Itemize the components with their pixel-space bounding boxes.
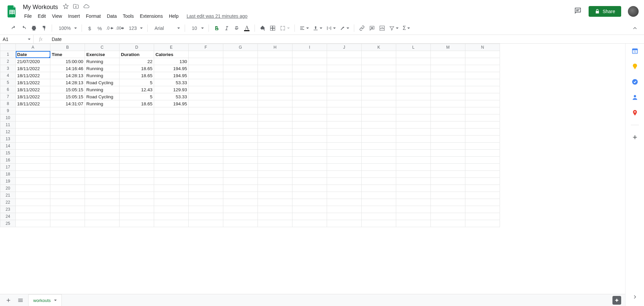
cell[interactable] [154, 129, 189, 136]
cell[interactable] [431, 213, 465, 220]
cell[interactable] [85, 136, 120, 143]
cell[interactable] [189, 51, 223, 58]
cell[interactable] [292, 107, 327, 114]
cell[interactable] [120, 178, 154, 185]
cell[interactable] [327, 192, 362, 199]
cell[interactable] [292, 65, 327, 72]
cell[interactable] [465, 107, 500, 114]
row-header[interactable]: 24 [0, 213, 16, 220]
cell[interactable] [16, 220, 50, 227]
cell[interactable] [292, 121, 327, 129]
cell[interactable] [50, 220, 85, 227]
cell[interactable] [223, 206, 258, 213]
cell[interactable] [154, 121, 189, 129]
cell[interactable] [223, 150, 258, 157]
cell[interactable] [292, 178, 327, 185]
cell[interactable] [431, 79, 465, 86]
cell[interactable] [292, 58, 327, 65]
cell[interactable] [120, 206, 154, 213]
cell[interactable] [292, 185, 327, 192]
decrease-decimals-icon[interactable]: .0 [105, 24, 114, 33]
cell[interactable]: 14:28:13 [50, 79, 85, 86]
cell[interactable] [258, 51, 292, 58]
cell[interactable] [85, 157, 120, 164]
cell[interactable]: 18.65 [120, 65, 154, 72]
cell[interactable] [16, 114, 50, 121]
cell[interactable] [465, 171, 500, 178]
contacts-icon[interactable] [632, 94, 638, 101]
cell[interactable] [223, 192, 258, 199]
row-header[interactable]: 23 [0, 206, 16, 213]
cell[interactable]: 194.95 [154, 100, 189, 107]
cell[interactable] [292, 114, 327, 121]
menu-extensions[interactable]: Extensions [137, 12, 165, 20]
name-box[interactable]: A1 [0, 35, 34, 43]
cell[interactable] [362, 129, 396, 136]
chevron-down-icon[interactable] [54, 300, 57, 301]
cell[interactable] [258, 136, 292, 143]
cell[interactable] [258, 65, 292, 72]
cell[interactable] [85, 171, 120, 178]
cell[interactable] [292, 220, 327, 227]
cell[interactable]: 53.33 [154, 79, 189, 86]
cell[interactable] [258, 114, 292, 121]
cell[interactable] [16, 157, 50, 164]
cell[interactable] [362, 143, 396, 150]
cell[interactable] [223, 136, 258, 143]
cell[interactable]: 194.95 [154, 72, 189, 79]
cell[interactable]: Time [50, 51, 85, 58]
cell[interactable]: 18.65 [120, 100, 154, 107]
cell[interactable] [120, 164, 154, 171]
cell[interactable] [327, 72, 362, 79]
cell[interactable] [258, 185, 292, 192]
cell[interactable] [431, 58, 465, 65]
cell[interactable] [292, 171, 327, 178]
cell[interactable] [258, 157, 292, 164]
cell[interactable] [189, 220, 223, 227]
get-addons-icon[interactable] [632, 134, 638, 141]
cell[interactable] [465, 206, 500, 213]
cell[interactable] [362, 79, 396, 86]
cell[interactable]: Exercise [85, 51, 120, 58]
cell[interactable] [396, 157, 431, 164]
vertical-align-dropdown[interactable] [312, 24, 324, 33]
cell[interactable]: Running [85, 65, 120, 72]
cell[interactable]: 14:28:13 [50, 72, 85, 79]
cell[interactable] [258, 100, 292, 107]
cell[interactable] [120, 185, 154, 192]
cell[interactable]: 53.33 [154, 93, 189, 100]
print-icon[interactable] [30, 24, 38, 33]
cell[interactable] [396, 58, 431, 65]
cell[interactable] [327, 150, 362, 157]
account-avatar[interactable] [628, 6, 639, 17]
undo-icon[interactable] [9, 24, 18, 33]
row-header[interactable]: 10 [0, 114, 16, 121]
cell[interactable] [223, 51, 258, 58]
cell[interactable] [189, 72, 223, 79]
cell[interactable]: 18/11/2022 [16, 93, 50, 100]
cell[interactable]: 14:31:07 [50, 100, 85, 107]
cell[interactable] [16, 206, 50, 213]
cell[interactable] [50, 164, 85, 171]
cell[interactable] [223, 58, 258, 65]
cell[interactable] [465, 121, 500, 129]
cell[interactable] [327, 129, 362, 136]
cell[interactable] [327, 185, 362, 192]
cell[interactable] [327, 114, 362, 121]
share-button[interactable]: Share [589, 6, 621, 17]
insert-comment-icon[interactable] [368, 24, 376, 33]
cell[interactable] [431, 171, 465, 178]
increase-decimals-icon[interactable]: .00 [116, 24, 124, 33]
currency-icon[interactable]: $ [85, 24, 94, 33]
cell[interactable] [292, 79, 327, 86]
row-header[interactable]: 25 [0, 220, 16, 227]
cell[interactable] [120, 136, 154, 143]
spreadsheet-grid[interactable]: ABCDEFGHIJKLMN1DateTimeExerciseDurationC… [0, 44, 625, 294]
cell[interactable] [465, 213, 500, 220]
text-wrap-dropdown[interactable] [325, 24, 337, 33]
cell[interactable] [258, 199, 292, 206]
cell[interactable] [154, 114, 189, 121]
row-header[interactable]: 20 [0, 185, 16, 192]
cell[interactable] [431, 185, 465, 192]
move-icon[interactable] [73, 3, 79, 11]
